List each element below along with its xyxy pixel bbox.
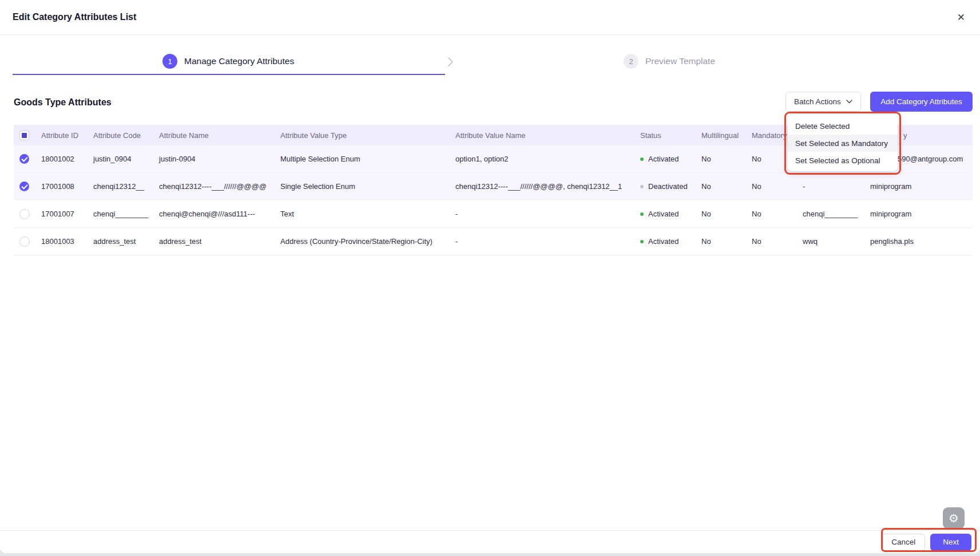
status-text: Activated [648, 155, 679, 163]
batch-actions-menu: Delete Selected Set Selected as Mandator… [788, 115, 898, 171]
chevron-right-icon [448, 57, 453, 66]
cell-attribute-value-name: - [451, 237, 636, 246]
header-multilingual: Multilingual [697, 131, 747, 140]
cell-status: Deactivated [636, 182, 697, 191]
cell-multilingual: No [697, 210, 747, 218]
section-title: Goods Type Attributes [14, 97, 112, 108]
close-icon[interactable]: ✕ [955, 10, 967, 25]
page-title: Edit Category Attributes List [13, 12, 136, 22]
cell-attribute-value-name: option1, option2 [451, 155, 636, 163]
status-dot-icon [640, 240, 644, 243]
header-status: Status [636, 131, 697, 140]
status-text: Activated [648, 210, 679, 218]
batch-actions-label: Batch Actions [794, 97, 841, 106]
chevron-down-icon [846, 100, 852, 104]
cell-multilingual: No [697, 182, 747, 191]
cell-attribute-code: justin_0904 [89, 155, 154, 163]
header-attribute-id: Attribute ID [37, 131, 89, 140]
row-checkbox-cell [14, 154, 37, 164]
table-row: 18001003 address_test address_test Addre… [14, 228, 973, 255]
cell-status: Activated [636, 237, 697, 246]
cell-mandatory: No [747, 210, 798, 218]
cell-multilingual: No [697, 237, 747, 246]
cell-attribute-value-type: Single Selection Enum [276, 182, 451, 191]
menu-item-delete-selected[interactable]: Delete Selected [788, 117, 898, 135]
checkbox-checked-icon[interactable] [19, 182, 29, 191]
cell-attribute-value-type: Multiple Selection Enum [276, 155, 451, 163]
status-dot-icon [640, 185, 644, 188]
status-text: Activated [648, 237, 679, 246]
batch-actions-button[interactable]: Batch Actions [785, 92, 861, 112]
menu-item-set-selected-as-mandatory[interactable]: Set Selected as Mandatory [788, 135, 898, 152]
cell-attribute-code: address_test [89, 237, 154, 246]
cell-attribute-id: 17001007 [37, 210, 89, 218]
cell-attribute-value-name: chenqi12312----___//////@@@@, chenqi1231… [451, 182, 636, 191]
table-row: 17001007 chenqi________ chenqi@chenqi@//… [14, 200, 973, 228]
stepper: 1 Manage Category Attributes 2 Preview T… [0, 35, 980, 80]
header-attribute-name: Attribute Name [154, 131, 276, 140]
cell-partially-hidden-column: penglisha.pls [866, 237, 973, 246]
header-attribute-value-type: Attribute Value Type [276, 131, 451, 140]
modal-footer: Cancel Next [0, 530, 980, 553]
cell-mandatory: No [747, 237, 798, 246]
row-checkbox-cell [14, 236, 37, 247]
active-step-underline [13, 74, 445, 75]
cell-partially-hidden-column: miniprogram [866, 210, 973, 218]
cancel-button[interactable]: Cancel [882, 534, 925, 551]
cell-attribute-id: 18001002 [37, 155, 89, 163]
step-manage-category-attributes[interactable]: 1 Manage Category Attributes [162, 54, 294, 69]
step-1-number: 1 [162, 54, 177, 69]
status-dot-icon [640, 157, 644, 161]
cell-attribute-name: chenqi@chenqi@///asd111--- [154, 210, 276, 218]
edit-category-attributes-modal: Edit Category Attributes List ✕ 1 Manage… [0, 0, 980, 553]
gear-icon[interactable]: ⚙ [943, 507, 965, 529]
cell-attribute-value-type: Text [276, 210, 451, 218]
checkbox-unchecked-icon[interactable] [19, 236, 30, 247]
modal-header: Edit Category Attributes List ✕ [0, 0, 980, 35]
step-1-label: Manage Category Attributes [184, 56, 294, 66]
step-2-number: 2 [624, 54, 638, 69]
step-2-label: Preview Template [645, 56, 715, 66]
header-attribute-value-name: Attribute Value Name [451, 131, 636, 140]
next-button[interactable]: Next [930, 534, 971, 551]
cell-attribute-name: address_test [154, 237, 276, 246]
cell-attribute-code: chenqi________ [89, 210, 154, 218]
cell-partially-hidden-column: miniprogram [866, 182, 973, 191]
cell-multilingual: No [697, 155, 747, 163]
select-all-checkbox[interactable] [19, 131, 29, 140]
status-dot-icon [640, 212, 644, 216]
cell-attribute-id: 17001008 [37, 182, 89, 191]
cell-attribute-name: justin-0904 [154, 155, 276, 163]
header-attribute-code: Attribute Code [89, 131, 154, 140]
cell-attribute-code: chenqi12312__ [89, 182, 154, 191]
cell-attribute-value-type: Address (Country-Province/State/Region-C… [276, 237, 451, 246]
row-checkbox-cell [14, 182, 37, 191]
cell-mandatory: No [747, 182, 798, 191]
cell-hidden-column: chenqi________ [798, 210, 866, 218]
menu-item-set-selected-as-optional[interactable]: Set Selected as Optional [788, 152, 898, 169]
row-checkbox-cell [14, 209, 37, 219]
add-category-attributes-button[interactable]: Add Category Attributes [870, 92, 973, 112]
cell-status: Activated [636, 210, 697, 218]
checkbox-unchecked-icon[interactable] [19, 209, 30, 219]
cell-hidden-column: - [798, 182, 866, 191]
select-all-cell [14, 131, 37, 140]
step-preview-template[interactable]: 2 Preview Template [624, 54, 715, 69]
checkbox-checked-icon[interactable] [19, 154, 29, 164]
cell-attribute-name: chenqi12312----___//////@@@@ [154, 182, 276, 191]
cell-attribute-value-name: - [451, 210, 636, 218]
cell-status: Activated [636, 155, 697, 163]
table-row: 17001008 chenqi12312__ chenqi12312----__… [14, 173, 973, 200]
status-text: Deactivated [648, 182, 688, 191]
cell-attribute-id: 18001003 [37, 237, 89, 246]
cell-hidden-column: wwq [798, 237, 866, 246]
